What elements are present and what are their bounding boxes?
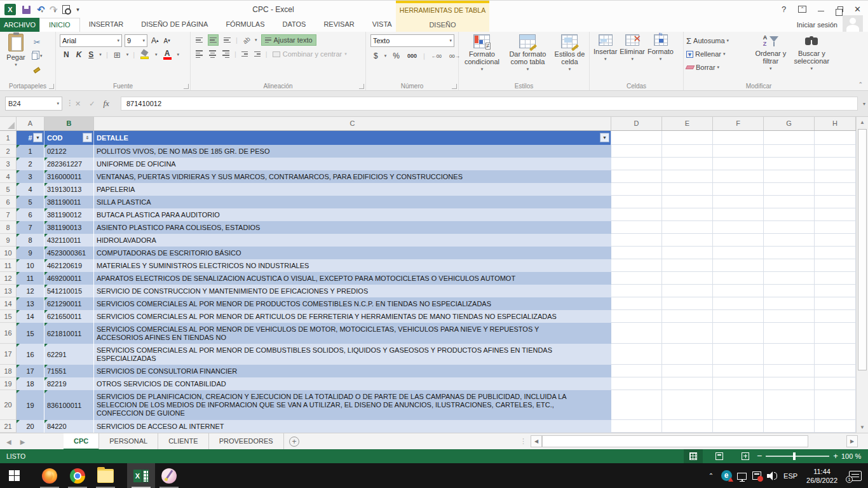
underline-button[interactable]: S <box>87 49 95 60</box>
cell-cod[interactable]: 02122 <box>44 145 94 158</box>
tab-dise-o-de-p-gina[interactable]: DISEÑO DE PÁGINA <box>132 18 217 32</box>
column-header-B[interactable]: B <box>44 117 94 130</box>
cell[interactable] <box>611 145 662 158</box>
align-top-icon[interactable] <box>194 34 204 46</box>
cell-detalle[interactable]: SERVICIOS COMERCIALES AL POR MENOR DE AR… <box>94 310 611 323</box>
print-preview-icon[interactable] <box>62 5 70 14</box>
column-header-E[interactable]: E <box>662 117 713 130</box>
cell-detalle[interactable]: COMPUTADORAS DE ESCRITORIO BÁSICO <box>94 247 611 259</box>
cell[interactable] <box>764 420 815 433</box>
decrease-indent-icon[interactable] <box>240 48 249 60</box>
scroll-up-icon[interactable]: ▲ <box>857 117 868 128</box>
cell-num[interactable]: 9 <box>17 247 44 259</box>
cell[interactable] <box>713 285 764 297</box>
action-center-icon[interactable] <box>749 463 764 488</box>
copy-icon[interactable]: ▾ <box>31 50 44 62</box>
restore-button[interactable] <box>830 3 848 16</box>
tab-vista[interactable]: VISTA <box>363 18 401 32</box>
cell-num[interactable]: 10 <box>17 259 44 272</box>
cell[interactable] <box>764 158 815 170</box>
cell-cod[interactable]: 84220 <box>44 420 94 433</box>
cell-detalle[interactable]: OTROS SERVICIOS DE CONTABILIDAD <box>94 377 611 390</box>
expand-formula-bar-icon[interactable]: ▾ <box>863 101 865 107</box>
orientation-icon[interactable]: ab <box>239 32 254 48</box>
taskbar-chrome-icon[interactable] <box>64 463 92 488</box>
cell-detalle[interactable]: APARATOS ELECTRICOS DE SENALIZACION ACUS… <box>94 272 611 285</box>
autosum-button[interactable]: ΣAutosuma▾ <box>685 35 750 46</box>
cell[interactable] <box>764 221 815 234</box>
cell[interactable] <box>764 297 815 310</box>
cell[interactable] <box>815 208 856 221</box>
fill-color-dropdown-icon[interactable]: ▾ <box>155 52 158 57</box>
cell-cod[interactable]: 381190013 <box>44 221 94 234</box>
cell[interactable] <box>662 297 713 310</box>
cell[interactable] <box>713 208 764 221</box>
bold-button[interactable]: N <box>62 49 71 60</box>
cell-num[interactable]: 4 <box>17 183 44 196</box>
cell-num[interactable]: 15 <box>17 323 44 344</box>
sheet-tab-cpc[interactable]: CPC <box>64 433 99 450</box>
cell[interactable] <box>713 259 764 272</box>
zoom-in-button[interactable]: + <box>831 449 840 463</box>
cell[interactable] <box>764 234 815 247</box>
align-bottom-icon[interactable] <box>222 34 232 46</box>
format-as-table-button[interactable]: Dar formato como tabla▾ <box>505 34 550 81</box>
cell[interactable] <box>662 344 713 365</box>
row-header[interactable]: 9 <box>0 234 17 247</box>
cell-cod[interactable]: 82219 <box>44 377 94 390</box>
cell[interactable] <box>713 420 764 433</box>
insert-cells-button[interactable]: ← Insertar▾ <box>593 34 617 81</box>
cell-detalle[interactable]: UNIFORME DE OFICINA <box>94 158 611 170</box>
currency-format-icon[interactable]: $ <box>372 50 379 62</box>
select-all-corner[interactable] <box>0 117 17 130</box>
next-sheet-icon[interactable]: ▶ <box>20 438 25 445</box>
cell[interactable] <box>662 145 713 158</box>
table-header-detalle[interactable]: DETALLE▼ <box>94 131 611 145</box>
row-header[interactable]: 12 <box>0 272 17 285</box>
paste-button[interactable]: Pegar▾ <box>1 34 31 76</box>
cell-num[interactable]: 20 <box>17 420 44 433</box>
tab-insertar[interactable]: INSERTAR <box>80 18 133 32</box>
customize-qat-icon[interactable]: ▾ <box>76 6 79 13</box>
cell[interactable] <box>662 377 713 390</box>
row-header[interactable]: 17 <box>0 344 17 365</box>
avatar-icon[interactable] <box>843 15 863 32</box>
cell[interactable] <box>713 310 764 323</box>
zoom-slider-handle[interactable] <box>793 452 796 460</box>
cell[interactable] <box>815 247 856 259</box>
cell[interactable] <box>713 158 764 170</box>
clock[interactable]: 11:4426/8/2022 <box>801 467 843 485</box>
column-header-G[interactable]: G <box>764 117 815 130</box>
cell[interactable] <box>611 183 662 196</box>
cell[interactable] <box>815 323 856 344</box>
cell-num[interactable]: 12 <box>17 285 44 297</box>
fill-button[interactable]: ▼Rellenar▾ <box>685 48 750 60</box>
cell[interactable] <box>815 297 856 310</box>
cell[interactable] <box>713 145 764 158</box>
cell-detalle[interactable]: HIDROLAVADORA <box>94 234 611 247</box>
row-header[interactable]: 16 <box>0 323 17 344</box>
cell[interactable] <box>611 259 662 272</box>
cell[interactable] <box>662 247 713 259</box>
column-header-F[interactable]: F <box>713 117 764 130</box>
cell-num[interactable]: 7 <box>17 221 44 234</box>
volume-icon[interactable] <box>764 463 780 488</box>
taskbar-paint-icon[interactable] <box>155 463 183 488</box>
cell[interactable] <box>611 158 662 170</box>
align-left-icon[interactable] <box>194 48 204 60</box>
cell[interactable] <box>713 377 764 390</box>
row-header[interactable]: 19 <box>0 377 17 390</box>
taskbar-explorer-icon[interactable] <box>92 463 119 488</box>
cell-cod[interactable]: 541210015 <box>44 285 94 297</box>
cell-num[interactable]: 19 <box>17 390 44 420</box>
cell[interactable] <box>611 272 662 285</box>
start-button[interactable] <box>0 463 28 488</box>
row-header[interactable]: 5 <box>0 183 17 196</box>
find-select-button[interactable]: Buscar y seleccionar▾ <box>791 34 832 73</box>
cell[interactable] <box>815 221 856 234</box>
cell-styles-button[interactable]: Estilos de celda▾ <box>552 34 588 81</box>
font-color-icon[interactable]: A <box>162 49 173 60</box>
cell[interactable] <box>764 131 815 145</box>
cell-detalle[interactable]: ASIENTO PLASTICO PARA COLISEOS, ESTADIOS <box>94 221 611 234</box>
cell[interactable] <box>815 183 856 196</box>
